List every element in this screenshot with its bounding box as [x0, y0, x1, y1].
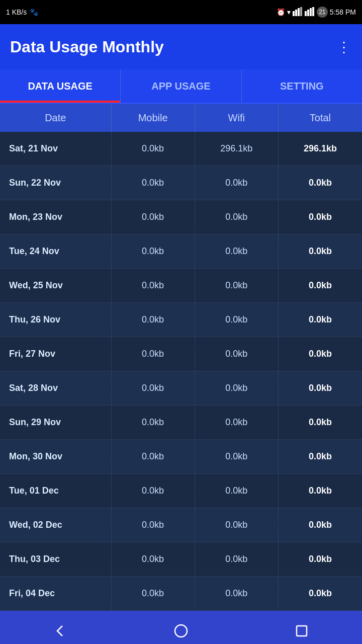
svg-rect-4: [305, 11, 307, 16]
cell-date: Tue, 01 Dec: [0, 474, 112, 508]
cell-mobile: 0.0kb: [112, 577, 195, 610]
cell-total: 0.0kb: [279, 166, 362, 200]
cell-total: 0.0kb: [279, 269, 362, 302]
cell-date: Thu, 03 Dec: [0, 542, 112, 576]
cell-wifi: 0.0kb: [195, 440, 279, 473]
cell-mobile: 0.0kb: [112, 440, 195, 473]
dog-icon: 🐾: [30, 8, 38, 16]
cell-total: 0.0kb: [279, 200, 362, 234]
table-row[interactable]: Sat, 21 Nov 0.0kb 296.1kb 296.1kb: [0, 132, 362, 166]
cell-total: 0.0kb: [279, 371, 362, 405]
status-left: 1 KB/s 🐾: [6, 8, 38, 16]
signal-icon-2: [305, 7, 315, 18]
cell-mobile: 0.0kb: [112, 371, 195, 405]
cell-mobile: 0.0kb: [112, 474, 195, 508]
table-body: Sat, 21 Nov 0.0kb 296.1kb 296.1kb Sun, 2…: [0, 132, 362, 611]
alarm-icon: ⏰: [277, 8, 285, 16]
cell-wifi: 0.0kb: [195, 474, 279, 508]
cell-date: Sat, 21 Nov: [0, 132, 112, 166]
table-row[interactable]: Fri, 04 Dec 0.0kb 0.0kb 0.0kb: [0, 577, 362, 611]
cell-mobile: 0.0kb: [112, 234, 195, 268]
cell-mobile: 0.0kb: [112, 508, 195, 542]
cell-mobile: 0.0kb: [112, 269, 195, 302]
table-row[interactable]: Sun, 22 Nov 0.0kb 0.0kb 0.0kb: [0, 166, 362, 200]
cell-wifi: 0.0kb: [195, 303, 279, 337]
cell-date: Thu, 26 Nov: [0, 303, 112, 337]
table-row[interactable]: Wed, 02 Dec 0.0kb 0.0kb 0.0kb: [0, 508, 362, 542]
col-header-wifi: Wifi: [195, 104, 279, 132]
cell-total: 296.1kb: [279, 132, 362, 166]
home-button[interactable]: [168, 618, 194, 643]
page-title: Data Usage Monthly: [10, 38, 164, 56]
cell-total: 0.0kb: [279, 337, 362, 371]
table-row[interactable]: Mon, 30 Nov 0.0kb 0.0kb 0.0kb: [0, 440, 362, 474]
svg-rect-7: [312, 7, 314, 16]
speed-indicator: 1 KB/s: [6, 8, 27, 16]
back-button[interactable]: [48, 618, 73, 643]
tab-data-usage-label: DATA USAGE: [28, 80, 93, 92]
cell-date: Wed, 02 Dec: [0, 508, 112, 542]
svg-rect-3: [300, 7, 302, 16]
cell-date: Mon, 23 Nov: [0, 200, 112, 234]
tab-setting[interactable]: SETTING: [242, 69, 362, 103]
cell-total: 0.0kb: [279, 474, 362, 508]
table-row[interactable]: Thu, 03 Dec 0.0kb 0.0kb 0.0kb: [0, 542, 362, 577]
cell-date: Mon, 30 Nov: [0, 440, 112, 473]
tab-setting-label: SETTING: [280, 80, 324, 92]
signal-icon-1: [293, 7, 303, 18]
cell-wifi: 0.0kb: [195, 337, 279, 371]
col-header-mobile: Mobile: [112, 104, 195, 132]
cell-wifi: 0.0kb: [195, 200, 279, 234]
tab-app-usage[interactable]: APP USAGE: [121, 69, 241, 103]
cell-mobile: 0.0kb: [112, 406, 195, 439]
cell-total: 0.0kb: [279, 234, 362, 268]
table-row[interactable]: Wed, 25 Nov 0.0kb 0.0kb 0.0kb: [0, 269, 362, 303]
cell-date: Wed, 25 Nov: [0, 269, 112, 302]
table-row[interactable]: Mon, 23 Nov 0.0kb 0.0kb 0.0kb: [0, 200, 362, 234]
app-bar: Data Usage Monthly ⋮: [0, 24, 362, 69]
cell-total: 0.0kb: [279, 542, 362, 576]
tab-bar: DATA USAGE APP USAGE SETTING: [0, 69, 362, 104]
cell-mobile: 0.0kb: [112, 337, 195, 371]
svg-rect-1: [295, 10, 297, 16]
svg-rect-2: [298, 8, 300, 16]
cell-wifi: 0.0kb: [195, 166, 279, 200]
tab-data-usage[interactable]: DATA USAGE: [0, 69, 121, 103]
recents-button[interactable]: [289, 618, 314, 643]
table-row[interactable]: Sat, 28 Nov 0.0kb 0.0kb 0.0kb: [0, 371, 362, 406]
cell-wifi: 0.0kb: [195, 577, 279, 610]
table-row[interactable]: Tue, 01 Dec 0.0kb 0.0kb 0.0kb: [0, 474, 362, 508]
cell-wifi: 0.0kb: [195, 406, 279, 439]
tab-app-usage-label: APP USAGE: [151, 80, 210, 92]
table-row[interactable]: Tue, 24 Nov 0.0kb 0.0kb 0.0kb: [0, 234, 362, 269]
cell-date: Sun, 22 Nov: [0, 166, 112, 200]
cell-mobile: 0.0kb: [112, 200, 195, 234]
cell-date: Sun, 29 Nov: [0, 406, 112, 439]
cell-total: 0.0kb: [279, 303, 362, 337]
table-header: Date Mobile Wifi Total: [0, 104, 362, 132]
cell-wifi: 0.0kb: [195, 269, 279, 302]
notification-badge: 21: [317, 7, 328, 18]
svg-rect-0: [293, 11, 295, 16]
cell-mobile: 0.0kb: [112, 542, 195, 576]
status-bar: 1 KB/s 🐾 ⏰ ▾ 21 5:58 PM: [0, 0, 362, 24]
cell-total: 0.0kb: [279, 406, 362, 439]
cell-wifi: 0.0kb: [195, 234, 279, 268]
cell-mobile: 0.0kb: [112, 303, 195, 337]
cell-mobile: 0.0kb: [112, 132, 195, 166]
nav-bar: [0, 611, 362, 644]
cell-date: Fri, 27 Nov: [0, 337, 112, 371]
table-row[interactable]: Fri, 27 Nov 0.0kb 0.0kb 0.0kb: [0, 337, 362, 371]
cell-total: 0.0kb: [279, 577, 362, 610]
cell-wifi: 296.1kb: [195, 132, 279, 166]
table-row[interactable]: Thu, 26 Nov 0.0kb 0.0kb 0.0kb: [0, 303, 362, 337]
table-row[interactable]: Sun, 29 Nov 0.0kb 0.0kb 0.0kb: [0, 406, 362, 440]
cell-wifi: 0.0kb: [195, 542, 279, 576]
cell-date: Tue, 24 Nov: [0, 234, 112, 268]
overflow-menu-button[interactable]: ⋮: [337, 39, 352, 55]
wifi-icon: ▾: [287, 8, 291, 16]
col-header-total: Total: [279, 104, 362, 132]
status-icons: ⏰ ▾ 21 5:58 PM: [277, 7, 356, 18]
cell-date: Sat, 28 Nov: [0, 371, 112, 405]
col-header-date: Date: [0, 104, 112, 132]
